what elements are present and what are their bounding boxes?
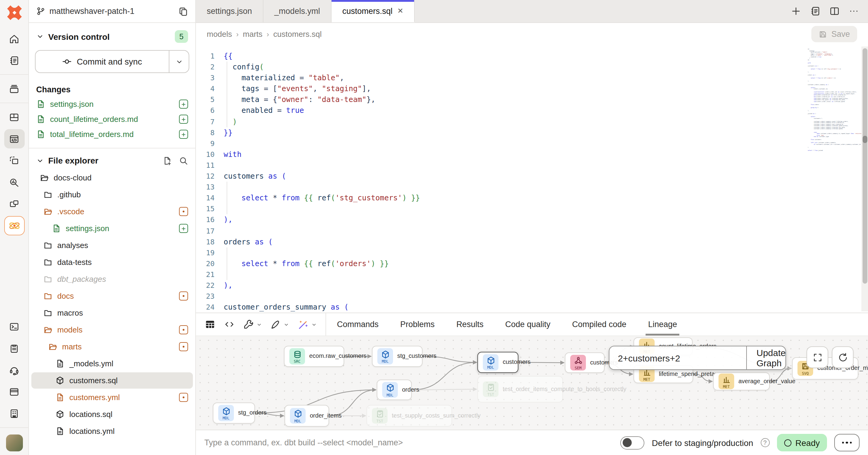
lineage-node-customers_sem[interactable]: SEMcustomers bbox=[565, 352, 604, 373]
editor-scrollbar[interactable] bbox=[861, 47, 868, 311]
scrollbar-thumb-dark[interactable] bbox=[862, 136, 867, 143]
panel-tool-code[interactable] bbox=[224, 319, 235, 330]
version-control-header[interactable]: Version control 5 bbox=[29, 23, 195, 47]
tree-item-marts[interactable]: marts bbox=[31, 339, 193, 355]
lineage-node-test_order_items[interactable]: TSTtest_order_items_compute_to_bools_cor… bbox=[477, 376, 563, 402]
tree-item-label: docs-cloud bbox=[54, 173, 188, 182]
lineage-node-order_items[interactable]: MDLorder_items bbox=[284, 405, 329, 427]
file-explorer-header[interactable]: File explorer bbox=[29, 148, 195, 169]
lineage-node-stg_orders[interactable]: MDLstg_orders bbox=[213, 402, 255, 424]
tree-item-docs[interactable]: docs bbox=[31, 288, 193, 304]
ellipsis-icon[interactable] bbox=[848, 5, 860, 17]
rail-item-dbt-copilot[interactable] bbox=[4, 216, 24, 235]
branch-name[interactable]: matthewshaver-patch-1 bbox=[50, 7, 174, 16]
tree-item-locations-yml[interactable]: locations.yml bbox=[31, 423, 193, 439]
minimap[interactable]: {{ config( materialized = "table", tags … bbox=[808, 48, 857, 151]
commit-and-sync-button[interactable]: Commit and sync bbox=[35, 50, 189, 73]
rail-item-notebook[interactable] bbox=[4, 51, 24, 70]
tab--models-yml[interactable]: _models.yml bbox=[264, 0, 332, 22]
changed-file-row[interactable]: settings.json+ bbox=[29, 96, 195, 112]
panel-tool-wand[interactable] bbox=[297, 318, 317, 331]
rail-item-frame-select[interactable] bbox=[4, 151, 24, 170]
fullscreen-button[interactable] bbox=[807, 346, 828, 368]
scrollbar-thumb[interactable] bbox=[862, 48, 867, 284]
panel-tab-code-quality[interactable]: Code quality bbox=[494, 313, 561, 336]
tree-item-customers-yml[interactable]: customers.yml bbox=[31, 389, 193, 405]
rail-item-code-editor[interactable] bbox=[4, 129, 24, 148]
rail-item-home[interactable] bbox=[4, 29, 24, 48]
breadcrumb-item[interactable]: marts bbox=[243, 30, 262, 39]
panel-tab-problems[interactable]: Problems bbox=[390, 313, 445, 336]
help-icon[interactable]: ? bbox=[761, 438, 770, 447]
panel-tab-commands[interactable]: Commands bbox=[326, 313, 390, 336]
tree-item--github[interactable]: .github bbox=[31, 187, 193, 203]
panel-tool-pen[interactable] bbox=[270, 319, 289, 330]
rail-item-headset[interactable] bbox=[4, 360, 24, 379]
lineage-node-orders[interactable]: MDLorders bbox=[377, 379, 412, 400]
stage-file-button[interactable]: + bbox=[179, 99, 188, 109]
tree-item-models[interactable]: models bbox=[31, 322, 193, 338]
split-icon[interactable] bbox=[829, 5, 840, 17]
lineage-node-stg_customers[interactable]: MDLstg_customers bbox=[372, 346, 423, 367]
tree-item--vscode[interactable]: .vscode bbox=[31, 203, 193, 220]
commit-options-caret[interactable] bbox=[169, 51, 189, 73]
tree-item-data-tests[interactable]: data-tests bbox=[31, 254, 193, 271]
panel-tool-wrench[interactable] bbox=[243, 319, 262, 330]
panel-tab-compiled-code[interactable]: Compiled code bbox=[561, 313, 637, 336]
stage-file-button[interactable]: + bbox=[179, 130, 188, 139]
rail-item-layout-grid[interactable] bbox=[4, 107, 24, 127]
changed-file-row[interactable]: total_lifetime_orders.md+ bbox=[29, 127, 195, 142]
defer-toggle[interactable] bbox=[621, 436, 645, 449]
rail-item-insights-search[interactable] bbox=[4, 173, 24, 192]
rail-item-archive[interactable] bbox=[4, 79, 24, 98]
breadcrumb-item[interactable]: models bbox=[207, 30, 232, 39]
tree-item-label: settings.json bbox=[66, 224, 174, 233]
tab-customers-sql[interactable]: customers.sql✕ bbox=[332, 0, 415, 22]
changed-file-row[interactable]: count_lifetime_orders.md+ bbox=[29, 112, 195, 127]
tree-item-settings-json[interactable]: settings.json+ bbox=[31, 220, 193, 236]
dbt-logo-icon[interactable] bbox=[4, 2, 24, 23]
node-type-badge: SEM bbox=[570, 355, 586, 371]
lineage-node-test_supply[interactable]: TSTtest_supply_costs_sum_correctly bbox=[367, 405, 452, 427]
code-editor[interactable]: 1{{2 config(3 materialized = "table",4 t… bbox=[196, 45, 868, 313]
panel-tool-table[interactable] bbox=[204, 319, 216, 330]
tree-item--models-yml[interactable]: _models.yml bbox=[31, 356, 193, 372]
rail-item-browser[interactable] bbox=[4, 382, 24, 401]
rail-item-clipboard[interactable] bbox=[4, 339, 24, 358]
new-file-icon[interactable] bbox=[163, 156, 172, 165]
lineage-node-customers_mdl[interactable]: MDLcustomers bbox=[477, 352, 518, 373]
search-icon[interactable] bbox=[179, 156, 188, 165]
stage-file-button[interactable]: + bbox=[179, 224, 188, 233]
plus-icon[interactable] bbox=[790, 5, 802, 17]
notebook-icon[interactable] bbox=[809, 5, 821, 17]
commit-and-sync-main[interactable]: Commit and sync bbox=[36, 51, 169, 73]
rail-item-windows[interactable] bbox=[4, 194, 24, 214]
tree-item-macros[interactable]: macros bbox=[31, 305, 193, 321]
close-tab-icon[interactable]: ✕ bbox=[397, 7, 403, 15]
command-input[interactable]: Type a command, ex. dbt build --select <… bbox=[204, 438, 613, 447]
update-graph-button[interactable]: Update Graph bbox=[746, 346, 795, 369]
panel-tab-lineage[interactable]: Lineage bbox=[637, 313, 688, 336]
tab-settings-json[interactable]: settings.json bbox=[196, 0, 264, 22]
user-avatar[interactable] bbox=[6, 434, 23, 451]
copy-icon[interactable] bbox=[179, 6, 188, 16]
breadcrumb-item[interactable]: customers.sql bbox=[273, 30, 321, 39]
rail-item-terminal[interactable] bbox=[4, 317, 24, 336]
lineage-search-input[interactable] bbox=[610, 346, 746, 369]
rail-item-building[interactable] bbox=[4, 404, 24, 423]
breadcrumb-separator: › bbox=[267, 30, 269, 38]
lineage-canvas[interactable]: .edge{stroke:#9b9a98;fill:none;stroke-wi… bbox=[196, 336, 868, 430]
tree-item-locations-sql[interactable]: locations.sql bbox=[31, 406, 193, 422]
tree-item-dbt-packages[interactable]: dbt_packages bbox=[31, 271, 193, 287]
more-options-button[interactable] bbox=[834, 434, 860, 451]
save-button[interactable]: Save bbox=[811, 26, 857, 42]
refresh-button[interactable] bbox=[832, 346, 854, 368]
tree-item-customers-sql[interactable]: customers.sql bbox=[31, 372, 193, 389]
ready-status-badge[interactable]: Ready bbox=[777, 434, 827, 451]
stage-file-button[interactable]: + bbox=[179, 115, 188, 124]
lineage-node-ecom_raw_customers[interactable]: SRCecom.raw_customers bbox=[284, 346, 344, 367]
tree-item-docs-cloud[interactable]: docs-cloud bbox=[31, 170, 193, 186]
tree-item-analyses[interactable]: analyses bbox=[31, 237, 193, 253]
panel-tab-results[interactable]: Results bbox=[445, 313, 494, 336]
lineage-node-average_order_value[interactable]: METaverage_order_value bbox=[713, 372, 770, 391]
